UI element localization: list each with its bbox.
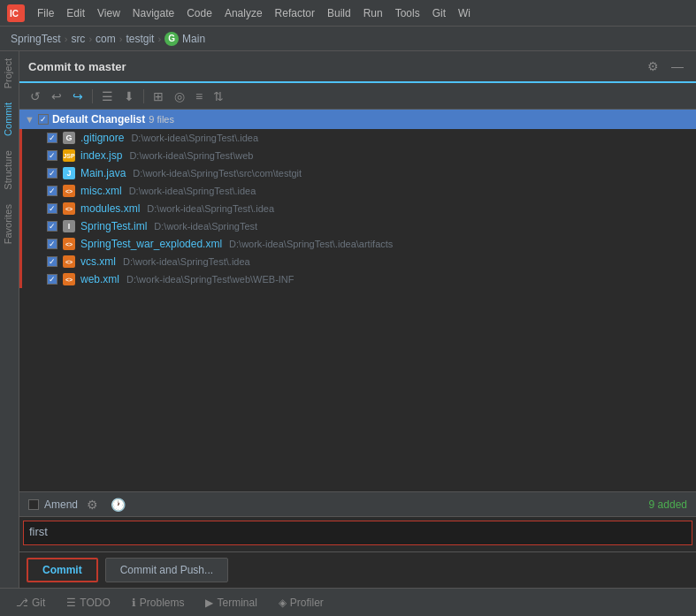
file-type-icon: <> (63, 273, 75, 285)
changelist-header[interactable]: ▼ ✓ Default Changelist 9 files (19, 110, 696, 129)
bottom-tab-bar: ⎇ Git ☰ TODO ℹ Problems ▶ Terminal ◈ Pro… (0, 588, 696, 616)
file-name: SpringTest_war_exploded.xml (80, 238, 222, 250)
file-checkbox[interactable]: ✓ (47, 150, 57, 161)
bottom-tab-git[interactable]: ⎇ Git (7, 593, 54, 612)
grid-btn[interactable]: ⊞ (149, 87, 167, 105)
file-path: D:\work-idea\SpringTest\.idea (147, 203, 274, 214)
amend-history-icon[interactable]: 🕐 (107, 496, 129, 513)
terminal-icon: ▶ (205, 597, 213, 609)
file-name: misc.xml (80, 185, 122, 197)
file-checkbox[interactable]: ✓ (47, 186, 57, 196)
file-item[interactable]: ✓<>SpringTest_war_exploded.xmlD:\work-id… (19, 235, 696, 253)
breadcrumb-testgit[interactable]: testgit (126, 33, 154, 45)
file-name: web.xml (80, 273, 119, 285)
breadcrumb-main[interactable]: Main (182, 33, 205, 45)
status-bar: Amend ⚙ 🕐 9 added (19, 491, 696, 516)
sort-btn[interactable]: ⇅ (210, 87, 227, 105)
commit-push-button[interactable]: Commit and Push... (105, 558, 228, 582)
bottom-tab-profiler[interactable]: ◈ Profiler (270, 593, 333, 612)
menu-refactor[interactable]: Refactor (270, 5, 320, 21)
file-checkbox[interactable]: ✓ (47, 221, 57, 232)
menu-build[interactable]: Build (322, 5, 356, 21)
filter-btn[interactable]: ≡ (192, 87, 206, 105)
sidebar-tab-structure[interactable]: Structure (0, 143, 19, 197)
menu-file[interactable]: File (32, 5, 59, 21)
action-buttons: Commit Commit and Push... (19, 551, 696, 588)
menu-view[interactable]: View (92, 5, 126, 21)
amend-row: Amend ⚙ 🕐 (28, 496, 129, 513)
status-added: 9 added (649, 498, 687, 511)
file-type-icon: <> (63, 202, 75, 215)
file-path: D:\work-idea\SpringTest\web (129, 150, 253, 161)
commit-message-input[interactable] (23, 521, 692, 545)
file-checkbox[interactable]: ✓ (47, 256, 57, 267)
changelist-checkbox[interactable]: ✓ (38, 114, 49, 125)
file-name: SpringTest.iml (80, 220, 147, 232)
menu-code[interactable]: Code (181, 5, 218, 21)
sidebar-tab-project[interactable]: Project (0, 51, 19, 95)
file-path: D:\work-idea\SpringTest\.idea (129, 186, 256, 196)
left-sidebar: Project Commit Structure Favorites (0, 51, 19, 588)
commit-button[interactable]: Commit (27, 558, 98, 582)
class-icon: G (164, 32, 179, 46)
file-checkbox[interactable]: ✓ (47, 133, 57, 143)
file-type-icon: <> (63, 185, 75, 197)
file-item[interactable]: ✓ISpringTest.imlD:\work-idea\SpringTest (19, 217, 696, 235)
file-type-icon: G (63, 132, 75, 144)
content-area: Commit to master ⚙ — ↺ ↩ ↪ ☰ ⬇ ⊞ ◎ ≡ ⇅ ▼ (19, 51, 696, 588)
file-item[interactable]: ✓<>modules.xmlD:\work-idea\SpringTest\.i… (19, 200, 696, 217)
file-checkbox[interactable]: ✓ (47, 203, 57, 214)
file-item[interactable]: ✓<>web.xmlD:\work-idea\SpringTest\web\WE… (19, 270, 696, 288)
file-list: ▼ ✓ Default Changelist 9 files ✓G.gitign… (19, 110, 696, 491)
file-items-container: ✓G.gitignoreD:\work-idea\SpringTest\.ide… (19, 129, 696, 288)
bottom-tab-problems[interactable]: ℹ Problems (123, 593, 194, 612)
git-tab-label: Git (32, 597, 45, 609)
file-item[interactable]: ✓JSPindex.jspD:\work-idea\SpringTest\web (19, 147, 696, 164)
menu-run[interactable]: Run (358, 5, 388, 21)
file-name: Main.java (80, 167, 126, 179)
file-name: .gitignore (80, 132, 124, 144)
file-path: D:\work-idea\SpringTest (154, 221, 257, 232)
file-name: index.jsp (80, 149, 122, 162)
breadcrumb-com[interactable]: com (96, 33, 116, 45)
sidebar-tab-favorites[interactable]: Favorites (0, 197, 19, 251)
file-item[interactable]: ✓<>vcs.xmlD:\work-idea\SpringTest\.idea (19, 253, 696, 270)
menu-navigate[interactable]: Navigate (127, 5, 180, 21)
file-item[interactable]: ✓G.gitignoreD:\work-idea\SpringTest\.ide… (19, 129, 696, 147)
main-layout: Project Commit Structure Favorites Commi… (0, 51, 696, 588)
file-item[interactable]: ✓<>misc.xmlD:\work-idea\SpringTest\.idea (19, 182, 696, 200)
profiler-tab-label: Profiler (290, 597, 324, 609)
breadcrumb-springtest[interactable]: SpringTest (11, 33, 61, 45)
amend-checkbox[interactable] (28, 499, 39, 510)
file-item[interactable]: ✓JMain.javaD:\work-idea\SpringTest\src\c… (19, 164, 696, 182)
sidebar-tab-commit[interactable]: Commit (0, 95, 19, 143)
menu-edit[interactable]: Edit (61, 5, 90, 21)
file-type-icon: J (63, 167, 75, 179)
menu-analyze[interactable]: Analyze (219, 5, 268, 21)
profiler-icon: ◈ (279, 597, 287, 609)
breadcrumb: SpringTest › src › com › testgit › G Mai… (0, 27, 696, 51)
redo-btn[interactable]: ↪ (69, 87, 87, 105)
bottom-tab-terminal[interactable]: ▶ Terminal (196, 593, 265, 612)
svg-text:IC: IC (10, 9, 19, 19)
file-checkbox[interactable]: ✓ (47, 168, 57, 179)
breadcrumb-src[interactable]: src (71, 33, 85, 45)
list-btn[interactable]: ☰ (98, 87, 117, 105)
amend-settings-icon[interactable]: ⚙ (83, 496, 102, 513)
refresh-btn[interactable]: ↺ (27, 87, 44, 105)
eye-btn[interactable]: ◎ (171, 87, 188, 105)
menu-tools[interactable]: Tools (390, 5, 425, 21)
changelist-label: Default Changelist (52, 113, 145, 125)
menu-wi[interactable]: Wi (453, 5, 476, 21)
file-checkbox[interactable]: ✓ (47, 274, 57, 285)
minimize-icon[interactable]: — (668, 57, 687, 75)
toolbar: ↺ ↩ ↪ ☰ ⬇ ⊞ ◎ ≡ ⇅ (19, 83, 696, 110)
panel-header: Commit to master ⚙ — (19, 51, 696, 83)
menu-bar: IC File Edit View Navigate Code Analyze … (0, 0, 696, 27)
file-checkbox[interactable]: ✓ (47, 239, 57, 249)
bottom-tab-todo[interactable]: ☰ TODO (57, 593, 119, 612)
download-btn[interactable]: ⬇ (120, 87, 138, 105)
menu-git[interactable]: Git (427, 5, 451, 21)
undo-btn[interactable]: ↩ (48, 87, 65, 105)
settings-icon[interactable]: ⚙ (644, 57, 662, 75)
